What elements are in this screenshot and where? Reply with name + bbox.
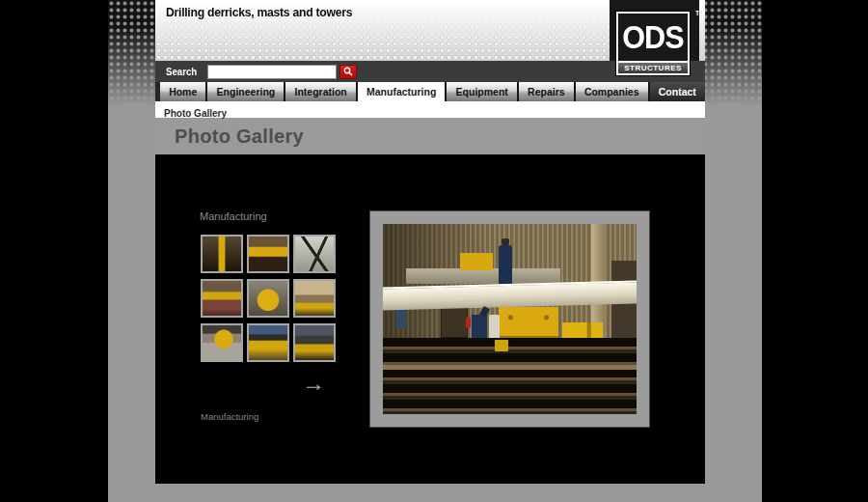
site-tagline: Drilling derricks, masts and towers — [166, 5, 352, 19]
tab-contact[interactable]: Contact — [650, 82, 705, 101]
photo-platform — [406, 268, 560, 284]
gallery-thumbnail-4[interactable] — [201, 279, 243, 318]
logo-subtext: STRUCTURES — [618, 61, 688, 73]
main-navigation: Home Engineering Integration Manufacturi… — [155, 82, 705, 101]
photo-panel — [396, 307, 406, 328]
gallery-category-label: Manufacturing — [200, 210, 267, 222]
logo-text: ODS — [622, 14, 685, 61]
photo-floor-rails — [383, 338, 637, 414]
gallery-thumbnail-9[interactable] — [293, 323, 336, 362]
site-header: Drilling derricks, masts and towers ODS … — [155, 0, 705, 61]
photo-rail — [383, 365, 637, 370]
next-page-arrow-icon[interactable]: → — [302, 373, 325, 394]
photo-yellow-floor-item — [495, 340, 508, 351]
gallery-caption: Manufacturing — [201, 411, 258, 422]
gallery-thumbnail-6[interactable] — [293, 279, 336, 318]
gallery-thumbnail-3[interactable] — [293, 235, 336, 273]
site-container: Drilling derricks, masts and towers ODS … — [155, 0, 705, 484]
page-banner: Photo Gallery — [155, 118, 705, 154]
breadcrumb-bar: Photo Gallery — [155, 101, 705, 118]
photo-crane-top — [460, 253, 493, 270]
search-input[interactable] — [207, 65, 337, 79]
photo-worker-top — [499, 245, 512, 284]
gallery-thumbnail-2[interactable] — [247, 235, 289, 273]
search-button[interactable] — [339, 65, 357, 79]
thumbnail-grid — [201, 235, 336, 362]
ods-logo[interactable]: ODS STRUCTURES — [616, 12, 690, 75]
main-photo — [383, 224, 637, 414]
tab-home[interactable]: Home — [160, 82, 207, 101]
tab-manufacturing[interactable]: Manufacturing — [358, 82, 448, 101]
tab-repairs[interactable]: Repairs — [519, 82, 576, 101]
gallery-thumbnail-5[interactable] — [247, 279, 289, 318]
photo-extinguisher — [466, 317, 471, 328]
gallery-thumbnail-8[interactable] — [247, 323, 289, 362]
gallery-content: Manufacturing → Manufacturing — [155, 154, 705, 484]
gallery-thumbnail-1[interactable] — [201, 235, 243, 273]
search-label: Search — [166, 66, 197, 77]
page-title: Photo Gallery — [175, 118, 705, 154]
magnifier-icon — [343, 67, 353, 76]
tab-companies[interactable]: Companies — [576, 82, 650, 101]
tab-integration[interactable]: Integration — [285, 82, 358, 101]
main-photo-frame — [369, 210, 650, 428]
trademark-mark: TM — [695, 10, 705, 16]
gallery-thumbnail-7[interactable] — [201, 323, 243, 362]
page-frame: Drilling derricks, masts and towers ODS … — [108, 0, 762, 502]
tab-equipment[interactable]: Equipment — [447, 82, 519, 101]
tab-engineering[interactable]: Engineering — [207, 82, 285, 101]
